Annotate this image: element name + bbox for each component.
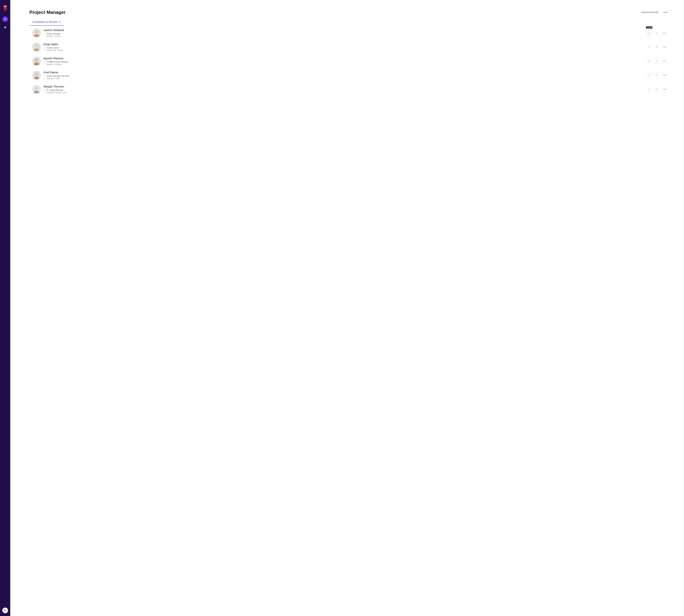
candidate-role: Project Manager: [43, 32, 646, 35]
accept-button[interactable]: [646, 44, 652, 50]
candidate-avatar: [32, 71, 41, 80]
accept-button[interactable]: [646, 58, 652, 64]
svg-point-23: [35, 58, 38, 62]
svg-point-21: [35, 44, 38, 48]
candidate-name: Oriel Palmer: [43, 71, 646, 74]
thumbs-down-icon: [656, 60, 658, 62]
location-text: Colorado Springs, USA: [46, 91, 66, 94]
candidate-avatar: [32, 85, 41, 94]
candidate-avatar: [32, 28, 41, 37]
dot-icon: [664, 12, 665, 13]
candidate-info: Oriel Palmer Project Manager Specialist …: [43, 71, 646, 80]
role-text: Certified Project Manager: [46, 61, 68, 63]
candidate-row[interactable]: Laurine Strikland Project Manager Quebec…: [29, 26, 667, 40]
tab-count: 5: [60, 20, 61, 23]
svg-line-0: [4, 4, 5, 5]
candidate-location: Mexico City, Mexico: [43, 49, 646, 51]
briefcase-icon: [43, 61, 45, 63]
svg-point-7: [4, 6, 5, 7]
svg-point-27: [35, 86, 38, 90]
reject-button[interactable]: [654, 44, 660, 50]
candidate-row[interactable]: Diego Mejía Product Owner Mexico City, M…: [29, 40, 667, 54]
svg-line-11: [6, 8, 7, 9]
candidate-actions: Skip: [646, 86, 667, 92]
candidate-role: Project Manager Specialist: [43, 75, 646, 77]
skip-button[interactable]: Skip: [662, 58, 667, 64]
briefcase-icon: [43, 89, 45, 91]
location-text: Bogotá, Colombia: [46, 63, 62, 65]
candidate-location: New York, USA: [43, 78, 646, 80]
candidate-role: Sr. Project Manager: [43, 89, 646, 91]
candidate-location: Quebec, Canada: [43, 35, 646, 37]
thumbs-up-icon: [648, 60, 651, 62]
reject-button[interactable]: [654, 72, 660, 78]
more-menu-button[interactable]: [664, 12, 667, 13]
app-logo: [2, 4, 8, 12]
role-text: Project Manager: [46, 32, 61, 35]
skip-button[interactable]: Skip: [662, 44, 667, 50]
briefcase-icon: [43, 33, 45, 35]
svg-line-12: [4, 9, 5, 11]
skip-button[interactable]: Skip: [662, 30, 667, 36]
role-text: Sr. Project Manager: [46, 89, 64, 91]
reject-button[interactable]: [654, 58, 660, 64]
candidate-list: Laurine Strikland Project Manager Quebec…: [29, 26, 667, 96]
dot-icon: [665, 12, 666, 13]
candidate-info: Laurine Strikland Project Manager Quebec…: [43, 29, 646, 37]
nav-analytics[interactable]: [2, 24, 8, 30]
tabs: Candidates to Review 5: [29, 20, 667, 26]
svg-rect-16: [5, 26, 5, 28]
skip-button[interactable]: Skip: [662, 72, 667, 78]
accept-tooltip: Accept: [646, 26, 653, 29]
skip-button[interactable]: Skip: [662, 86, 667, 92]
tab-candidates-to-review[interactable]: Candidates to Review 5: [29, 20, 64, 26]
accept-button[interactable]: [646, 72, 652, 78]
candidate-location: Colorado Springs, USA: [43, 91, 646, 94]
page-title: Project Manager: [29, 9, 66, 15]
svg-rect-17: [6, 27, 6, 28]
thumbs-down-icon: [656, 31, 658, 34]
briefcase-icon: [4, 18, 6, 21]
location-text: Quebec, Canada: [46, 35, 61, 37]
candidate-avatar: [32, 57, 41, 65]
candidate-name: Agustín Ramirez: [43, 57, 646, 60]
reject-button[interactable]: [654, 86, 660, 92]
reject-button[interactable]: [654, 30, 660, 36]
location-text: Mexico City, Mexico: [46, 49, 63, 51]
thumbs-up-icon: [648, 31, 651, 34]
page-header: Project Manager Improve Results: [29, 9, 667, 15]
svg-line-10: [3, 8, 4, 9]
candidate-row[interactable]: Agustín Ramirez Certified Project Manage…: [29, 54, 667, 68]
bar-chart-icon: [4, 26, 6, 28]
candidate-actions: Skip: [646, 58, 667, 64]
candidate-role: Product Owner: [43, 47, 646, 49]
candidate-role: Certified Project Manager: [43, 61, 646, 63]
candidate-actions: Skip: [646, 72, 667, 78]
accept-button[interactable]: Accept: [646, 30, 652, 36]
candidate-name: Abigale Thornton: [43, 85, 646, 88]
user-avatar-badge[interactable]: RT: [2, 608, 8, 613]
location-pin-icon: [43, 63, 45, 65]
improve-results-link[interactable]: Improve Results: [641, 11, 658, 14]
svg-rect-15: [4, 27, 5, 28]
location-pin-icon: [43, 35, 45, 37]
nav-jobs[interactable]: [2, 17, 8, 22]
thumbs-up-icon: [648, 88, 651, 90]
candidate-info: Abigale Thornton Sr. Project Manager Col…: [43, 85, 646, 94]
candidate-info: Agustín Ramirez Certified Project Manage…: [43, 57, 646, 65]
thumbs-down-icon: [656, 46, 658, 48]
main-content: Project Manager Improve Results Candidat…: [10, 0, 684, 616]
accept-button[interactable]: [646, 86, 652, 92]
thumbs-up-icon: [648, 74, 651, 76]
briefcase-icon: [43, 47, 45, 49]
tab-label: Candidates to Review: [32, 20, 58, 23]
svg-point-19: [35, 30, 38, 34]
svg-rect-14: [4, 19, 6, 20]
header-actions: Improve Results: [641, 11, 667, 14]
svg-point-8: [6, 6, 6, 7]
location-text: New York, USA: [46, 78, 60, 80]
candidate-row[interactable]: Oriel Palmer Project Manager Specialist …: [29, 68, 667, 82]
dot-icon: [667, 12, 667, 13]
candidate-location: Bogotá, Colombia: [43, 63, 646, 65]
candidate-row[interactable]: Abigale Thornton Sr. Project Manager Col…: [29, 82, 667, 96]
